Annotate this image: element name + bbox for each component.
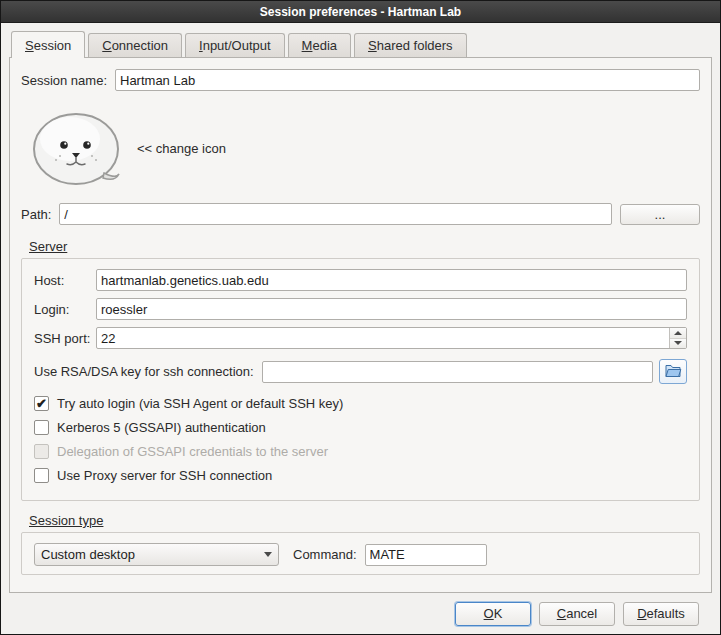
login-label: Login: [34,302,96,317]
tab-session[interactable]: Session [11,31,85,58]
rsa-key-row: Use RSA/DSA key for ssh connection: [34,359,687,384]
dialog-footer: OK Cancel Defaults [9,593,712,634]
window-title: Session preferences - Hartman Lab [260,5,461,19]
host-input[interactable] [96,269,687,291]
cancel-button[interactable]: Cancel [539,602,615,626]
checkbox-auto-login[interactable]: ✔ Try auto login (via SSH Agent or defau… [34,396,687,411]
spin-down-icon [674,341,682,345]
ssh-port-row: SSH port: [34,327,687,349]
change-icon-hint: << change icon [137,141,226,156]
session-icon-block: << change icon [29,107,700,189]
dropdown-arrow-icon [264,552,272,557]
titlebar[interactable]: Session preferences - Hartman Lab [1,1,720,23]
path-browse-button[interactable]: ... [620,204,700,225]
spin-down-button[interactable] [670,339,686,349]
tab-input-output[interactable]: Input/Output [185,33,285,57]
session-tab-panel: Session name: [9,57,712,593]
server-group: Host: Login: SSH port: [21,258,700,501]
session-type-group-label: Session type [29,513,700,528]
checkbox-box: ✔ [34,468,49,483]
checkbox-box: ✔ [34,444,49,459]
host-row: Host: [34,269,687,291]
tab-media[interactable]: Media [288,33,351,57]
session-type-selected: Custom desktop [41,547,258,562]
session-name-label: Session name: [21,73,107,88]
defaults-button[interactable]: Defaults [623,602,699,626]
ssh-port-spinbox [96,327,687,349]
path-label: Path: [21,207,51,222]
session-type-group: Custom desktop Command: [21,532,700,575]
checkbox-gssapi-delegation: ✔ Delegation of GSSAPI credentials to th… [34,444,687,459]
rsa-key-browse-button[interactable] [659,359,687,384]
checkbox-label: Try auto login (via SSH Agent or default… [57,396,343,411]
rsa-key-label: Use RSA/DSA key for ssh connection: [34,364,254,379]
spin-up-button[interactable] [670,328,686,339]
checkmark-icon: ✔ [36,397,47,410]
checkbox-box: ✔ [34,396,49,411]
tab-bar: Session Connection Input/Output Media Sh… [9,31,712,57]
checkbox-proxy-server[interactable]: ✔ Use Proxy server for SSH connection [34,468,687,483]
tab-shared-folders[interactable]: Shared folders [354,33,467,57]
spin-buttons [669,328,686,348]
session-name-input[interactable] [115,69,700,91]
checkbox-kerberos[interactable]: ✔ Kerberos 5 (GSSAPI) authentication [34,420,687,435]
session-name-row: Session name: [21,69,700,91]
rsa-key-input[interactable] [262,361,653,383]
ssh-port-input[interactable] [96,327,687,349]
host-label: Host: [34,273,96,288]
session-type-dropdown[interactable]: Custom desktop [34,543,279,566]
command-input[interactable] [365,544,487,566]
tab-connection[interactable]: Connection [88,33,182,57]
checkbox-label: Kerberos 5 (GSSAPI) authentication [57,420,266,435]
checkbox-label: Delegation of GSSAPI credentials to the … [57,444,328,459]
session-type-row: Custom desktop Command: [34,543,687,566]
server-group-label: Server [29,239,700,254]
login-input[interactable] [96,298,687,320]
spin-up-icon [674,331,682,335]
checkbox-box: ✔ [34,420,49,435]
path-row: Path: ... [21,203,700,225]
session-icon-button[interactable] [29,107,123,189]
dialog-content: Session Connection Input/Output Media Sh… [1,23,720,634]
seal-icon [30,107,122,190]
login-row: Login: [34,298,687,320]
checkbox-label: Use Proxy server for SSH connection [57,468,272,483]
ssh-port-label: SSH port: [34,331,96,346]
path-input[interactable] [59,203,612,225]
command-label: Command: [293,547,357,562]
ok-button[interactable]: OK [455,602,531,626]
open-folder-icon [665,363,682,380]
session-preferences-dialog: Session preferences - Hartman Lab Sessio… [0,0,721,635]
